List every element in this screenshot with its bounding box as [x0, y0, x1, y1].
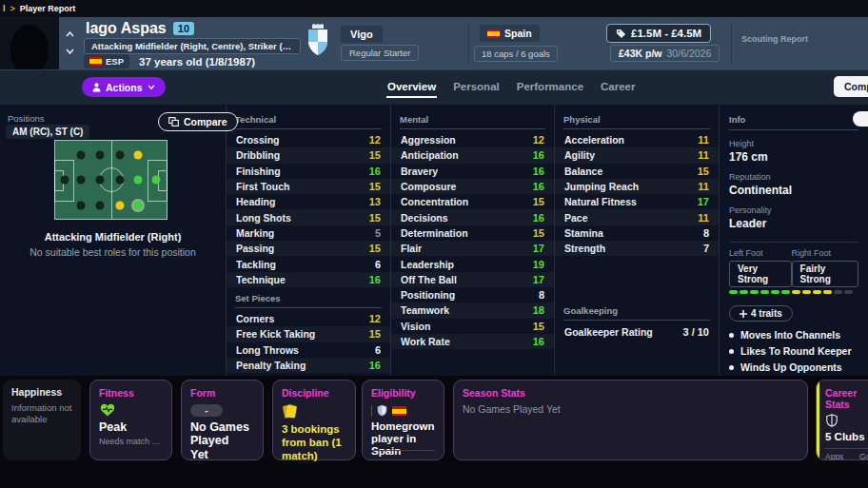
attribute-row: Finishing 16: [227, 164, 390, 179]
foot-strength-bar: [844, 290, 853, 294]
happiness-panel: Happiness Information not available: [3, 380, 81, 460]
shield-icon: [377, 404, 387, 417]
traits-badge[interactable]: 4 traits: [729, 305, 793, 322]
eligibility-icons: [371, 404, 444, 417]
tab[interactable]: Career: [592, 69, 643, 104]
form-panel[interactable]: Form - No Games Played Yet: [181, 380, 264, 460]
compare-button-top[interactable]: Compare: [834, 76, 868, 97]
bullet-icon: [729, 365, 734, 370]
left-foot-label: Left Foot: [729, 248, 792, 258]
info-field-value: 176 cm: [729, 150, 868, 164]
attribute-row: Penalty Taking 16: [227, 358, 390, 373]
physical-header: Physical: [563, 114, 710, 129]
chevron-up-icon: [66, 31, 74, 37]
foot-strength-bar: [781, 290, 790, 294]
breadcrumb: l > Player Report: [0, 0, 868, 17]
position-dot: [116, 151, 125, 160]
goalkeeping-attributes: Goalkeeper Rating 3 / 10: [555, 323, 719, 339]
attribute-row: Technique 16: [227, 272, 390, 287]
tab-label: Overview: [387, 81, 436, 92]
info-fields: Height 176 cm Reputation Continental Per…: [729, 139, 868, 230]
career-stats-panel[interactable]: Career Stats 5 Clubs Apps 586 Goals 210: [816, 380, 868, 460]
info-field: Reputation Continental: [729, 172, 868, 197]
actions-label: Actions: [106, 82, 143, 93]
attribute-row: Crossing 12: [227, 132, 390, 147]
attribute-row: Acceleration 11: [555, 132, 719, 147]
attribute-value: 16: [533, 149, 544, 161]
attribute-label: Passing: [236, 243, 274, 254]
tab[interactable]: Personal: [444, 69, 508, 104]
international-nation-pill[interactable]: Spain: [480, 25, 540, 42]
attribute-value: 17: [533, 274, 544, 285]
compare-button[interactable]: Compare: [158, 112, 238, 131]
attribute-row: Agility 11: [555, 147, 719, 163]
career-stat-label: Apps: [825, 452, 844, 460]
attribute-value: 11: [698, 149, 709, 161]
foot-strength-bar: [813, 290, 821, 294]
previous-player-button[interactable]: [64, 29, 75, 40]
physical-column: Physical Acceleration 11 Agility 11 Bala…: [554, 105, 719, 376]
career-accent-stripe: [817, 381, 819, 459]
position-dot: [134, 151, 143, 160]
attribute-row: Flair 17: [391, 241, 554, 256]
trait-item: Likes To Round Keeper: [729, 345, 868, 357]
eligibility-panel[interactable]: Eligibility Homegrown player in Spain: [362, 380, 444, 460]
compare-label: Compare: [184, 116, 227, 127]
attribute-row: Concentration 15: [391, 194, 554, 209]
attribute-value: 12: [369, 134, 381, 146]
season-stats-panel[interactable]: Season Stats No Games Played Yet: [453, 380, 808, 460]
attribute-row: Off The Ball 17: [391, 272, 554, 287]
tab[interactable]: Overview: [379, 69, 444, 104]
player-name: Iago Aspas: [86, 20, 167, 37]
mental-attributes: Aggression 12 Anticipation 16 Bravery 16…: [391, 132, 554, 349]
attribute-value: 15: [533, 227, 544, 239]
bullet-icon: [729, 349, 734, 354]
position-dot: [131, 199, 145, 212]
attribute-label: Teamwork: [401, 304, 449, 316]
attribute-label: Decisions: [401, 212, 448, 224]
info-panel: Info Height 176 cm Reputation Continenta…: [719, 105, 868, 376]
left-foot: Left Foot Very Strong: [729, 248, 792, 294]
attribute-label: Agility: [564, 149, 595, 161]
position-dot: [134, 176, 143, 185]
wage-contract-pill: £43K p/w 30/6/2026: [610, 45, 720, 62]
discipline-title: Discipline: [282, 387, 346, 399]
next-player-button[interactable]: [64, 46, 75, 57]
breadcrumb-current[interactable]: Player Report: [20, 4, 76, 13]
attribute-row: First Touch 15: [227, 179, 390, 194]
attribute-label: Anticipation: [401, 149, 459, 161]
attribute-value: 15: [369, 181, 381, 192]
position-dot: [96, 176, 105, 185]
position-dot: [116, 176, 125, 185]
squad-status-pill: Regular Starter: [341, 45, 419, 61]
tab-label: Personal: [453, 81, 500, 92]
form-text: No Games Played Yet: [190, 420, 249, 461]
selected-position-label: Attacking Midfielder (Right): [0, 231, 226, 243]
attribute-value: 15: [698, 166, 709, 177]
attribute-row: Decisions 16: [391, 209, 554, 224]
attribute-row: Composure 16: [391, 179, 554, 194]
club-name-pill[interactable]: Vigo: [341, 26, 383, 43]
attribute-row: Passing 15: [227, 241, 390, 256]
tab-group: Overview Personal Performance Career: [379, 69, 644, 104]
attribute-row: Work Rate 16: [391, 334, 554, 349]
attribute-label: Aggression: [401, 134, 456, 146]
set-pieces-attributes: Corners 12 Free Kick Taking 15 Long Thro…: [227, 311, 390, 373]
breadcrumb-prefix: l: [3, 4, 6, 13]
actions-button[interactable]: Actions: [82, 77, 166, 97]
attribute-value: 5: [375, 227, 381, 239]
spain-flag-icon: [487, 29, 500, 38]
attribute-label: Penalty Taking: [236, 360, 306, 371]
attribute-row: Positioning 8: [391, 287, 554, 303]
tab[interactable]: Performance: [508, 69, 592, 104]
attribute-value: 11: [698, 212, 709, 224]
age-text: 37 years old (1/8/1987): [139, 56, 255, 68]
attribute-value: 15: [369, 328, 381, 340]
fitness-panel[interactable]: Fitness Peak Needs match pract...: [89, 380, 172, 460]
attribute-value: 6: [375, 344, 381, 356]
info-edge-button[interactable]: [853, 111, 868, 127]
price-tag-icon: [616, 29, 626, 39]
discipline-panel[interactable]: Discipline 3 bookings from ban (1 match): [272, 380, 356, 460]
trait-item: Winds Up Opponents: [729, 361, 868, 373]
attribute-value: 17: [533, 243, 544, 254]
